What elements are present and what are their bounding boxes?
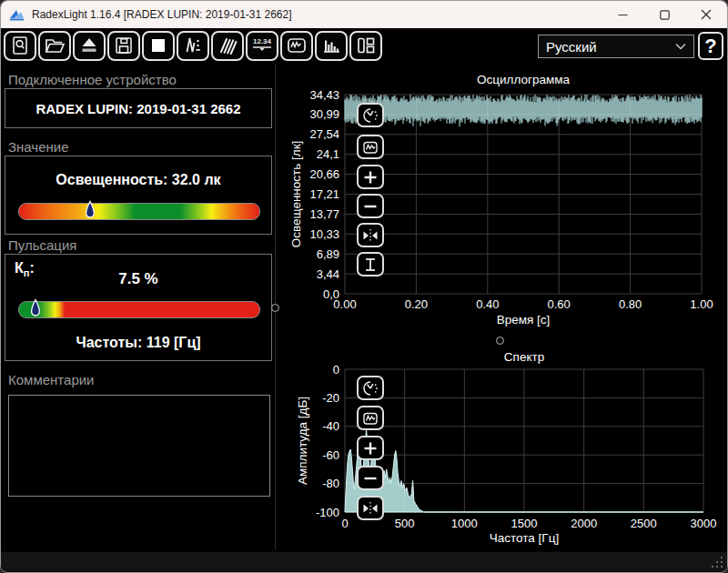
sweep-lines-icon <box>217 35 238 56</box>
svg-text:12.34: 12.34 <box>253 37 272 45</box>
oscillogram-view-button[interactable] <box>280 31 313 61</box>
clear-button[interactable] <box>211 31 244 61</box>
svg-text:0.80: 0.80 <box>619 297 642 311</box>
svg-text:0.20: 0.20 <box>405 297 428 311</box>
minus-icon <box>361 469 379 488</box>
help-button[interactable]: ? <box>698 32 723 60</box>
stop-square-icon <box>147 35 169 56</box>
spectrum-view-button[interactable] <box>315 31 348 61</box>
read-device-button[interactable] <box>73 31 106 61</box>
device-section-header: Подключенное устройство <box>8 72 177 87</box>
osc-fit-horizontal-button[interactable] <box>357 223 384 247</box>
panel-layout-icon <box>355 35 377 56</box>
chevron-down-icon <box>675 43 686 50</box>
svg-text:Осциллограмма: Осциллограмма <box>477 73 570 86</box>
open-button[interactable] <box>38 31 71 61</box>
maximize-icon <box>660 10 670 20</box>
svg-text:1.00: 1.00 <box>690 297 713 311</box>
spectrum-chart[interactable]: 0-20-40-60-80-10005001000150020002500300… <box>278 349 728 554</box>
pulsation-section-header: Пульсация <box>8 237 76 253</box>
lux-gauge-marker <box>85 200 96 221</box>
svg-text:-20: -20 <box>322 391 339 405</box>
kp-value: 7.5 % <box>5 270 271 288</box>
oscillogram-icon <box>286 35 308 56</box>
kp-gauge-marker <box>30 298 41 319</box>
toolbar: 12.34 <box>1 28 727 63</box>
osc-clock-button[interactable] <box>357 103 384 127</box>
clock-icon <box>361 106 379 125</box>
svg-text:2500: 2500 <box>631 517 657 530</box>
svg-text:0: 0 <box>341 517 348 530</box>
fit-wave-icon <box>361 409 379 427</box>
svg-text:0: 0 <box>333 363 339 377</box>
app-window: RadexLight 1.16.4 [RADEX LUPIN: 2019-01-… <box>0 0 728 573</box>
svg-text:0.40: 0.40 <box>476 297 499 311</box>
value-section-header: Значение <box>8 139 69 155</box>
preview-button[interactable] <box>4 31 36 61</box>
svg-text:1500: 1500 <box>511 517 538 530</box>
floppy-icon <box>113 35 135 56</box>
svg-text:34,43: 34,43 <box>309 88 339 102</box>
svg-text:1000: 1000 <box>451 517 478 530</box>
minimize-button[interactable] <box>602 1 643 28</box>
fit-vertical-icon <box>361 256 379 274</box>
svg-text:-80: -80 <box>322 477 339 490</box>
spec-clock-button[interactable] <box>357 376 384 400</box>
osc-zoom-out-button[interactable] <box>357 194 384 218</box>
plus-icon <box>361 168 379 186</box>
statusbar <box>1 551 727 571</box>
svg-text:Частота [Гц]: Частота [Гц] <box>490 531 559 545</box>
minus-icon <box>361 197 379 216</box>
close-icon <box>701 9 712 20</box>
value-box: Освещенность: 32.0 лк <box>5 156 272 235</box>
spec-fit-horizontal-button[interactable] <box>357 496 384 520</box>
comments-input[interactable] <box>8 395 270 497</box>
spec-zoom-in-button[interactable] <box>357 436 384 460</box>
kp-gauge <box>18 301 260 318</box>
signal-settings-button[interactable] <box>177 31 209 61</box>
stop-button[interactable] <box>142 31 175 61</box>
pulsation-box: Кп: 7.5 % Частоты: 119 [Гц] <box>5 254 272 361</box>
fit-horizontal-icon <box>361 499 379 518</box>
svg-text:Время [с]: Время [с] <box>497 313 551 327</box>
svg-text:0.00: 0.00 <box>333 297 356 311</box>
fit-horizontal-icon <box>361 226 379 245</box>
svg-text:Освещенность [лк]: Освещенность [лк] <box>289 141 303 248</box>
language-value: Русский <box>546 39 597 55</box>
layout-view-button[interactable] <box>349 31 382 61</box>
close-button[interactable] <box>685 1 727 28</box>
bar-spectrum-icon <box>320 35 342 56</box>
waveform-dots-icon <box>182 35 204 56</box>
spec-zoom-out-button[interactable] <box>357 466 384 490</box>
osc-zoom-in-button[interactable] <box>357 165 384 189</box>
resize-grip[interactable] <box>710 555 723 568</box>
svg-text:24,1: 24,1 <box>317 147 339 161</box>
svg-text:17,21: 17,21 <box>309 187 339 201</box>
minimize-icon <box>618 10 628 20</box>
osc-fit-button[interactable] <box>357 135 384 159</box>
window-title: RadexLight 1.16.4 [RADEX LUPIN: 2019-01-… <box>32 8 292 21</box>
svg-text:13,77: 13,77 <box>309 207 339 221</box>
lux-gauge <box>18 203 260 220</box>
titlebar: RadexLight 1.16.4 [RADEX LUPIN: 2019-01-… <box>1 1 727 28</box>
app-logo-icon <box>9 6 25 23</box>
svg-text:27,54: 27,54 <box>309 127 339 141</box>
svg-text:3000: 3000 <box>691 517 717 530</box>
svg-text:0.60: 0.60 <box>548 297 571 311</box>
pulsation-frequency: Частоты: 119 [Гц] <box>5 335 271 351</box>
numeric-view-button[interactable]: 12.34 <box>246 31 278 61</box>
svg-text:3,44: 3,44 <box>317 267 339 281</box>
svg-text:6,89: 6,89 <box>317 247 339 261</box>
maximize-button[interactable] <box>643 1 685 28</box>
svg-text:-40: -40 <box>322 419 339 433</box>
svg-text:2000: 2000 <box>571 517 597 530</box>
eject-icon <box>78 35 100 56</box>
open-folder-icon <box>44 35 66 56</box>
osc-fit-vertical-button[interactable] <box>357 252 384 276</box>
svg-text:20,66: 20,66 <box>309 167 339 181</box>
save-button[interactable] <box>107 31 140 61</box>
language-select[interactable]: Русский <box>538 35 694 58</box>
comments-section-header: Комментарии <box>8 372 94 387</box>
oscillogram-chart[interactable]: 34,4330,9927,5424,120,6617,2113,7710,336… <box>278 69 728 349</box>
spec-fit-button[interactable] <box>357 406 384 430</box>
